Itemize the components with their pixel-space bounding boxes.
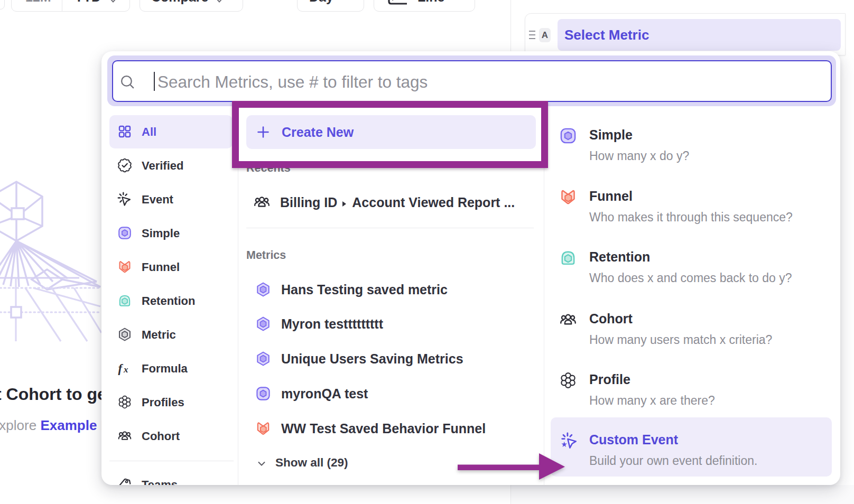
- svg-text:x: x: [123, 365, 128, 375]
- svg-text:f: f: [118, 362, 124, 375]
